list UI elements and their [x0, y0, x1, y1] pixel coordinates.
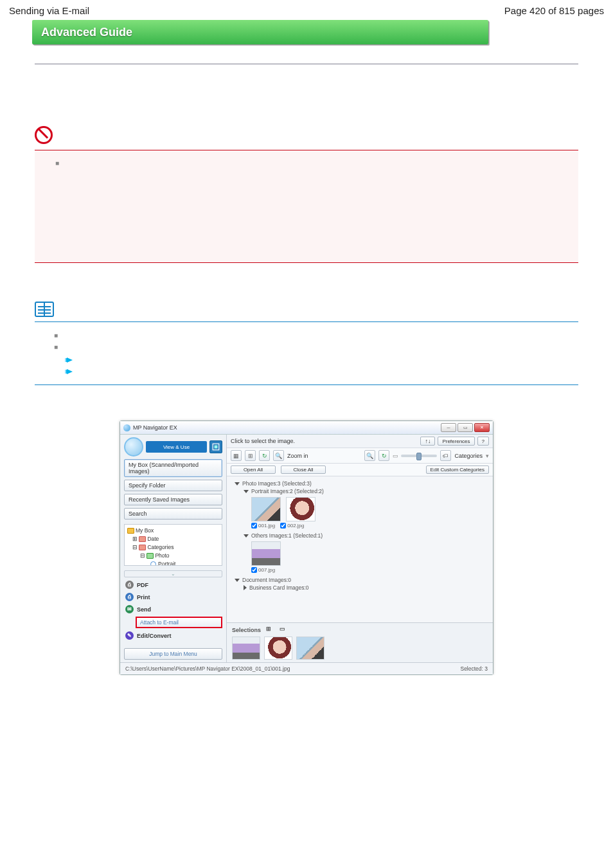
- task-edit[interactable]: ✎Edit/Convert: [124, 629, 222, 642]
- help-button[interactable]: ?: [477, 437, 489, 446]
- task-edit-label: Edit/Convert: [137, 633, 172, 639]
- task-pdf-label: PDF: [137, 582, 148, 588]
- status-bar: C:\Users\UserName\Pictures\MP Navigator …: [120, 662, 493, 674]
- search-button[interactable]: Search: [124, 508, 222, 520]
- checkbox-002[interactable]: 002.jpg: [280, 523, 304, 529]
- zoom-in-icon[interactable]: 🔍: [273, 450, 284, 461]
- remove-selection-icon[interactable]: ▭: [280, 626, 288, 634]
- pdf-icon: ⎙: [125, 581, 134, 589]
- collapse-chevron[interactable]: ⌄: [124, 570, 222, 577]
- folder-tree[interactable]: My Box ⊞ Date ⊟ Categories ⊟ Photo Portr…: [124, 524, 222, 566]
- page-number: Page 420 of 815 pages: [504, 5, 604, 16]
- sort-button[interactable]: ↑↓: [420, 437, 435, 446]
- jump-main-menu-button[interactable]: Jump to Main Menu: [124, 648, 222, 660]
- chevron-down-icon[interactable]: [244, 490, 249, 493]
- task-send[interactable]: ✉Send: [124, 603, 222, 615]
- edit-icon: ✎: [125, 631, 134, 640]
- category-business-card[interactable]: Business Card Images:0: [249, 584, 309, 591]
- scan-button[interactable]: [209, 440, 222, 453]
- print-icon: ⎙: [125, 593, 134, 601]
- important-icon: [35, 126, 53, 144]
- specify-folder-button[interactable]: Specify Folder: [124, 480, 222, 491]
- close-button[interactable]: ✕: [474, 423, 490, 432]
- close-all-button[interactable]: Close All: [281, 466, 326, 474]
- thumbnail-001[interactable]: [251, 497, 281, 521]
- tree-categories[interactable]: Categories: [147, 544, 173, 550]
- page-title: Sending via E-mail: [9, 5, 89, 16]
- tree-portrait[interactable]: Portrait: [158, 561, 175, 566]
- category-others[interactable]: Others Images:1 (Selected:1): [251, 532, 323, 539]
- bullet-icon: ■: [55, 159, 62, 167]
- category-document[interactable]: Document Images:0: [242, 577, 291, 583]
- thumbnail-002[interactable]: [286, 497, 315, 521]
- selection-thumb[interactable]: [232, 637, 260, 660]
- categories-label: Categories: [454, 453, 483, 459]
- chevron-down-icon[interactable]: [244, 534, 249, 538]
- task-print[interactable]: ⎙Print: [124, 591, 222, 603]
- category-icon: 🏷: [440, 450, 451, 461]
- instruction-text: Click to select the image.: [231, 438, 295, 444]
- arrow-icon: [67, 357, 73, 363]
- tree-mybox[interactable]: My Box: [136, 527, 154, 534]
- tree-photo[interactable]: Photo: [155, 552, 169, 559]
- maximize-button[interactable]: ▭: [458, 423, 473, 432]
- magnifier-icon: [150, 561, 156, 566]
- divider: [35, 64, 578, 64]
- zoom-icon[interactable]: 🔍: [364, 450, 375, 461]
- view-use-button[interactable]: View & Use: [146, 441, 207, 453]
- note-box: ■ ■: [35, 321, 578, 385]
- banner-title: Advanced Guide: [41, 26, 132, 39]
- filename-001: 001.jpg: [258, 523, 275, 529]
- selections-bar: Selections ⊞ ▭: [227, 622, 493, 662]
- rotate-icon[interactable]: ↻: [378, 450, 389, 461]
- chevron-right-icon[interactable]: [244, 585, 247, 590]
- arrow-icon: [67, 369, 73, 374]
- folder-icon: [147, 553, 154, 559]
- preferences-button[interactable]: Preferences: [438, 437, 474, 446]
- send-icon: ✉: [125, 605, 134, 613]
- folder-icon: [139, 545, 146, 550]
- folder-icon: [127, 528, 134, 534]
- sort-icon: ↑↓: [425, 438, 431, 444]
- edit-custom-categories-button[interactable]: Edit Custom Categories: [426, 466, 489, 474]
- task-send-label: Send: [137, 606, 151, 613]
- selections-label: Selections: [232, 627, 261, 633]
- minimize-button[interactable]: ─: [441, 423, 456, 432]
- left-pane: View & Use My Box (Scanned/Imported Imag…: [120, 435, 226, 662]
- svg-rect-1: [215, 446, 218, 449]
- bullet-icon: ■: [54, 343, 60, 350]
- category-portrait[interactable]: Portrait Images:2 (Selected:2): [251, 488, 324, 494]
- important-box: ■: [35, 150, 578, 263]
- zoom-label: Zoom in: [287, 453, 308, 459]
- thumbnail-007[interactable]: [251, 541, 281, 566]
- checkbox-001[interactable]: 001.jpg: [251, 523, 275, 529]
- bullet-icon: ■: [54, 332, 60, 339]
- task-pdf[interactable]: ⎙PDF: [124, 579, 222, 591]
- filename-002: 002.jpg: [287, 523, 304, 529]
- thumbnail-view-icon[interactable]: ▦: [231, 450, 242, 461]
- mybox-button[interactable]: My Box (Scanned/Imported Images): [124, 459, 222, 477]
- app-icon: [123, 424, 130, 431]
- status-path: C:\Users\UserName\Pictures\MP Navigator …: [125, 665, 290, 672]
- tree-date[interactable]: Date: [147, 536, 159, 542]
- folder-icon: [139, 536, 146, 542]
- add-selection-icon[interactable]: ⊞: [266, 626, 274, 634]
- section-banner: Advanced Guide: [32, 20, 488, 44]
- scanner-icon: [212, 443, 220, 451]
- title-bar: MP Navigator EX ─ ▭ ✕: [120, 421, 493, 435]
- attach-to-email-button[interactable]: Attach to E-mail: [136, 617, 222, 628]
- category-photo[interactable]: Photo Images:3 (Selected:3): [242, 480, 312, 487]
- grid-view-icon[interactable]: ⊞: [245, 450, 256, 461]
- task-print-label: Print: [137, 594, 150, 601]
- zoom-slider[interactable]: ▭: [393, 453, 437, 459]
- recently-saved-button[interactable]: Recently Saved Images: [124, 494, 222, 505]
- chevron-down-icon[interactable]: [235, 482, 240, 485]
- refresh-icon[interactable]: ↻: [259, 450, 270, 461]
- filename-007: 007.jpg: [258, 567, 275, 573]
- checkbox-007[interactable]: 007.jpg: [251, 567, 275, 573]
- selection-thumb[interactable]: [264, 637, 292, 660]
- app-window: MP Navigator EX ─ ▭ ✕ View & Use: [120, 420, 493, 675]
- open-all-button[interactable]: Open All: [231, 466, 276, 474]
- selection-thumb[interactable]: [296, 637, 324, 660]
- chevron-down-icon[interactable]: [235, 579, 240, 582]
